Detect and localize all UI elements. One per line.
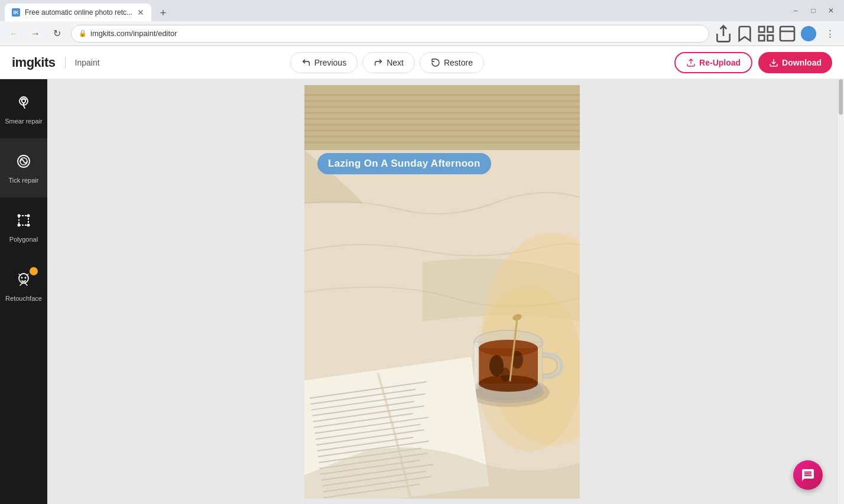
svg-point-6 — [22, 99, 25, 103]
svg-rect-44 — [478, 342, 479, 389]
svg-rect-23 — [304, 118, 580, 120]
previous-button[interactable]: Previous — [290, 52, 358, 73]
photo-text-overlay: Lazing On A Sunday Afternoon — [317, 153, 491, 174]
retouchface-label: Retouchface — [5, 295, 42, 303]
sidebar-item-polygonal[interactable]: Polygonal — [0, 197, 47, 256]
svg-rect-3 — [768, 35, 773, 40]
smear-repair-icon — [13, 92, 34, 113]
app-header: imgkits Inpaint Previous Next Restore — [0, 46, 844, 79]
svg-point-11 — [27, 214, 30, 217]
svg-point-42 — [501, 368, 510, 382]
bookmark-icon[interactable] — [735, 24, 754, 43]
maximize-button[interactable]: □ — [805, 2, 822, 19]
svg-rect-43 — [474, 342, 478, 389]
retouchface-badge — [30, 267, 38, 275]
toolbar-actions: ⋮ — [714, 24, 839, 43]
next-label: Next — [387, 58, 404, 67]
sidebar-item-tick-repair[interactable]: Tick repair — [0, 138, 47, 197]
svg-rect-22 — [304, 112, 580, 114]
window-icon[interactable] — [778, 24, 797, 43]
smear-repair-label: Smear repair — [5, 118, 43, 125]
svg-rect-27 — [304, 141, 580, 144]
previous-label: Previous — [314, 58, 346, 67]
svg-point-15 — [21, 277, 23, 279]
scrollbar-track — [837, 79, 844, 504]
svg-point-13 — [27, 224, 30, 227]
minimize-button[interactable]: – — [787, 2, 804, 19]
polygonal-icon — [13, 210, 34, 231]
svg-rect-19 — [304, 94, 580, 96]
tool-name-label: Inpaint — [75, 58, 100, 67]
app-logo: imgkits — [12, 55, 56, 70]
profile-icon[interactable] — [799, 24, 818, 43]
security-lock-icon: 🔒 — [79, 30, 87, 37]
svg-rect-4 — [780, 27, 794, 41]
address-bar[interactable]: 🔒 imgkits.com/inpaint/editor — [71, 25, 709, 43]
reload-button[interactable]: ↻ — [47, 24, 66, 43]
svg-rect-25 — [304, 129, 580, 132]
browser-tab[interactable]: IK Free automatic online photo retc... ✕ — [5, 4, 151, 21]
re-upload-button[interactable]: Re-Upload — [674, 52, 752, 73]
header-divider — [65, 57, 66, 69]
svg-rect-20 — [304, 100, 580, 102]
close-button[interactable]: ✕ — [823, 2, 839, 19]
polygonal-label: Polygonal — [9, 236, 38, 243]
back-button[interactable]: ← — [5, 24, 24, 43]
svg-rect-26 — [304, 135, 580, 138]
svg-rect-1 — [768, 27, 773, 32]
browser-toolbar: ← → ↻ 🔒 imgkits.com/inpaint/editor ⋮ — [0, 21, 844, 46]
sidebar-item-smear-repair[interactable]: Smear repair — [0, 79, 47, 138]
sidebar: Smear repair Tick repair — [0, 79, 47, 504]
share-icon[interactable] — [714, 24, 733, 43]
scrollbar[interactable] — [837, 79, 844, 504]
forward-button[interactable]: → — [26, 24, 45, 43]
svg-point-12 — [18, 224, 21, 227]
photo-scene: Lazing On A Sunday Afternoon — [304, 85, 580, 499]
svg-point-16 — [25, 277, 27, 279]
download-button[interactable]: Download — [758, 52, 832, 73]
window-controls: – □ ✕ — [787, 2, 844, 21]
next-button[interactable]: Next — [362, 52, 415, 73]
address-text: imgkits.com/inpaint/editor — [90, 29, 702, 38]
svg-rect-2 — [759, 35, 764, 40]
browser-titlebar: IK Free automatic online photo retc... ✕… — [0, 0, 844, 21]
svg-point-10 — [18, 214, 21, 217]
header-center: Previous Next Restore — [109, 52, 666, 73]
svg-rect-9 — [19, 216, 28, 225]
scrollbar-thumb[interactable] — [839, 79, 843, 115]
new-tab-button[interactable]: + — [155, 5, 171, 21]
menu-icon[interactable]: ⋮ — [820, 24, 839, 43]
tick-repair-icon — [13, 151, 34, 172]
restore-button[interactable]: Restore — [420, 52, 484, 73]
photo-container: Lazing On A Sunday Afternoon — [304, 85, 580, 499]
svg-rect-21 — [304, 106, 580, 108]
svg-rect-0 — [759, 27, 764, 32]
tab-title: Free automatic online photo retc... — [25, 8, 132, 17]
tab-favicon: IK — [12, 8, 20, 17]
restore-label: Restore — [444, 58, 473, 67]
canvas-area[interactable]: Lazing On A Sunday Afternoon — [47, 79, 837, 504]
extensions-icon[interactable] — [757, 24, 775, 43]
sidebar-item-retouchface[interactable]: Retouchface — [0, 256, 47, 316]
download-label: Download — [782, 58, 822, 67]
chat-button[interactable] — [793, 460, 823, 490]
re-upload-label: Re-Upload — [699, 58, 741, 67]
main-area: Smear repair Tick repair — [0, 79, 844, 504]
tab-close-button[interactable]: ✕ — [137, 8, 144, 17]
browser-frame: IK Free automatic online photo retc... ✕… — [0, 0, 844, 504]
tick-repair-label: Tick repair — [9, 177, 39, 184]
header-actions: Re-Upload Download — [674, 52, 832, 73]
app-container: imgkits Inpaint Previous Next Restore — [0, 46, 844, 504]
svg-rect-24 — [304, 123, 580, 126]
